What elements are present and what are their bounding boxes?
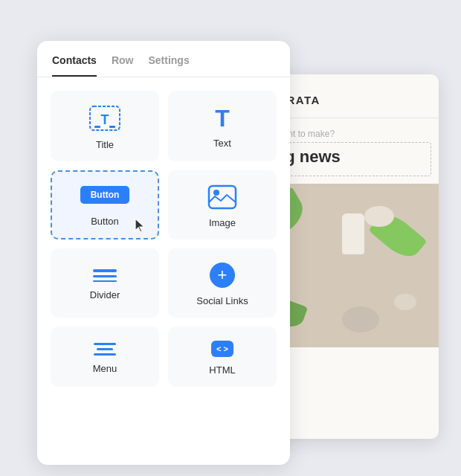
components-grid: T Title T Text Button Button — [37, 77, 290, 400]
svg-rect-3 — [94, 126, 100, 128]
grid-item-html[interactable]: < > HTML — [168, 327, 277, 387]
divider-line-mid — [93, 275, 117, 277]
divider-line-thin — [93, 280, 117, 282]
menu-line-3 — [94, 353, 116, 356]
stone-decoration-2 — [394, 294, 416, 310]
divider-line-thick — [93, 269, 117, 272]
divider-item-label: Divider — [90, 289, 120, 300]
menu-item-label: Menu — [93, 363, 117, 374]
menu-line-2 — [97, 348, 113, 350]
scene: PRATA ouncement to make? r big news Cont… — [0, 0, 461, 476]
grid-item-social-links[interactable]: + Social Links — [168, 248, 277, 318]
title-icon: T — [88, 105, 121, 132]
product-bottle — [342, 213, 364, 254]
menu-line-1 — [94, 343, 116, 345]
grid-item-menu[interactable]: Menu — [51, 327, 159, 387]
grid-item-text[interactable]: T Text — [168, 91, 277, 161]
svg-text:T: T — [101, 112, 109, 127]
tab-contacts[interactable]: Contacts — [52, 54, 97, 77]
grid-item-title[interactable]: T Title — [51, 91, 159, 161]
text-item-label: Text — [213, 138, 231, 149]
title-item-label: Title — [96, 139, 114, 150]
cursor-icon — [132, 217, 149, 235]
social-links-item-label: Social Links — [196, 295, 248, 306]
image-icon — [207, 184, 237, 210]
image-item-label: Image — [209, 217, 236, 228]
svg-point-6 — [213, 190, 219, 196]
button-item-label: Button — [91, 216, 119, 227]
svg-rect-5 — [209, 186, 236, 208]
html-item-label: HTML — [209, 364, 235, 376]
grid-item-divider[interactable]: Divider — [51, 248, 159, 318]
html-icon: < > — [211, 341, 233, 357]
svg-rect-4 — [109, 126, 115, 128]
stone-decoration-3 — [342, 306, 379, 332]
components-panel: Contacts Row Settings T Title T Text — [37, 41, 290, 465]
stone-decoration-1 — [364, 206, 394, 227]
grid-item-image[interactable]: Image — [168, 170, 277, 239]
text-icon: T — [215, 106, 230, 130]
html-icon-text: < > — [216, 344, 228, 353]
panel-tabs: Contacts Row Settings — [37, 41, 290, 77]
tab-row[interactable]: Row — [112, 54, 134, 77]
social-icon: + — [210, 263, 235, 288]
divider-icon — [93, 269, 117, 282]
tab-settings[interactable]: Settings — [148, 54, 189, 77]
grid-item-button[interactable]: Button Button — [51, 170, 159, 239]
menu-icon — [94, 343, 116, 356]
button-preview: Button — [80, 186, 130, 204]
